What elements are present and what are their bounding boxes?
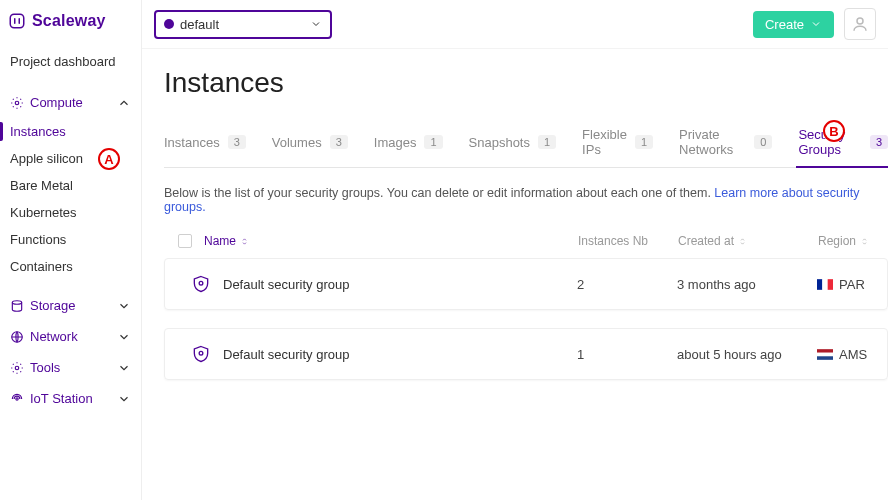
row-name: Default security group — [223, 347, 577, 362]
sidebar-project-dashboard[interactable]: Project dashboard — [0, 48, 141, 87]
sidebar-group-storage[interactable]: Storage — [0, 290, 141, 321]
row-instances-nb: 2 — [577, 277, 677, 292]
svg-rect-12 — [817, 349, 833, 353]
storage-icon — [10, 299, 24, 313]
sort-icon — [738, 237, 747, 246]
content: Instances Instances 3 Volumes 3 Images 1… — [142, 49, 888, 500]
topbar: default Create — [142, 0, 888, 49]
sidebar-item-containers[interactable]: Containers — [0, 253, 141, 280]
gear-icon — [10, 96, 24, 110]
tab-volumes[interactable]: Volumes 3 — [272, 121, 348, 167]
chevron-down-icon — [117, 361, 131, 375]
network-icon — [10, 330, 24, 344]
sidebar-item-kubernetes[interactable]: Kubernetes — [0, 199, 141, 226]
svg-point-4 — [15, 366, 19, 370]
svg-rect-13 — [817, 352, 833, 356]
sidebar-item-functions[interactable]: Functions — [0, 226, 141, 253]
flag-fr-icon — [817, 279, 833, 290]
col-header-name[interactable]: Name — [204, 234, 578, 248]
shield-icon — [191, 273, 211, 295]
svg-point-7 — [199, 281, 203, 285]
tab-flexible-ips[interactable]: Flexible IPs 1 — [582, 121, 653, 167]
svg-point-1 — [15, 101, 19, 105]
tools-icon — [10, 361, 24, 375]
flag-nl-icon — [817, 349, 833, 360]
tab-instances[interactable]: Instances 3 — [164, 121, 246, 167]
col-header-instances-nb: Instances Nb — [578, 234, 678, 248]
row-created-at: about 5 hours ago — [677, 347, 817, 362]
svg-rect-10 — [828, 279, 833, 290]
row-instances-nb: 1 — [577, 347, 677, 362]
sidebar-item-instances[interactable]: Instances — [0, 118, 141, 145]
svg-rect-14 — [817, 356, 833, 360]
page-title: Instances — [164, 67, 888, 99]
sidebar-item-bare-metal[interactable]: Bare Metal — [0, 172, 141, 199]
iot-icon — [10, 392, 24, 406]
table-row[interactable]: Default security group 1 about 5 hours a… — [164, 328, 888, 380]
table-row[interactable]: Default security group 2 3 months ago PA… — [164, 258, 888, 310]
project-dot-icon — [164, 19, 174, 29]
project-select-value: default — [180, 17, 219, 32]
svg-point-5 — [16, 397, 18, 399]
row-region: PAR — [817, 277, 881, 292]
row-region: AMS — [817, 347, 881, 362]
svg-rect-9 — [822, 279, 827, 290]
svg-point-11 — [199, 351, 203, 355]
account-button[interactable] — [844, 8, 876, 40]
sort-icon — [240, 237, 249, 246]
tab-snapshots[interactable]: Snapshots 1 — [469, 121, 557, 167]
sidebar-group-tools[interactable]: Tools — [0, 352, 141, 383]
sidebar-group-network[interactable]: Network — [0, 321, 141, 352]
user-icon — [851, 15, 869, 33]
tab-images[interactable]: Images 1 — [374, 121, 443, 167]
row-created-at: 3 months ago — [677, 277, 817, 292]
svg-rect-8 — [817, 279, 822, 290]
sort-icon — [860, 237, 869, 246]
tab-private-networks[interactable]: Private Networks 0 — [679, 121, 772, 167]
sidebar-item-apple-silicon[interactable]: Apple silicon — [0, 145, 141, 172]
sidebar-group-compute[interactable]: Compute — [0, 87, 141, 118]
select-all-checkbox[interactable] — [178, 234, 192, 248]
chevron-down-icon — [810, 18, 822, 30]
svg-point-6 — [857, 18, 863, 24]
col-header-created-at[interactable]: Created at — [678, 234, 818, 248]
chevron-down-icon — [117, 299, 131, 313]
page-description: Below is the list of your security group… — [164, 186, 888, 214]
sidebar: Scaleway Project dashboard Compute Insta… — [0, 0, 142, 500]
brand-name: Scaleway — [32, 12, 106, 30]
svg-point-2 — [12, 300, 21, 304]
chevron-up-icon — [117, 96, 131, 110]
main: default Create Instances Instances 3 — [142, 0, 888, 500]
tabs: Instances 3 Volumes 3 Images 1 Snapshots… — [164, 121, 888, 168]
svg-rect-0 — [10, 14, 24, 28]
col-header-region[interactable]: Region — [818, 234, 882, 248]
table-header: Name Instances Nb Created at Region — [164, 234, 888, 258]
scaleway-logo-icon — [8, 12, 26, 30]
create-button[interactable]: Create — [753, 11, 834, 38]
row-name: Default security group — [223, 277, 577, 292]
shield-icon — [191, 343, 211, 365]
brand-logo[interactable]: Scaleway — [0, 12, 141, 48]
chevron-down-icon — [117, 330, 131, 344]
sidebar-group-iot-station[interactable]: IoT Station — [0, 383, 141, 414]
tab-security-groups[interactable]: Security Groups 3 — [798, 121, 888, 167]
chevron-down-icon — [310, 18, 322, 30]
project-select[interactable]: default — [154, 10, 332, 39]
chevron-down-icon — [117, 392, 131, 406]
create-button-label: Create — [765, 17, 804, 32]
